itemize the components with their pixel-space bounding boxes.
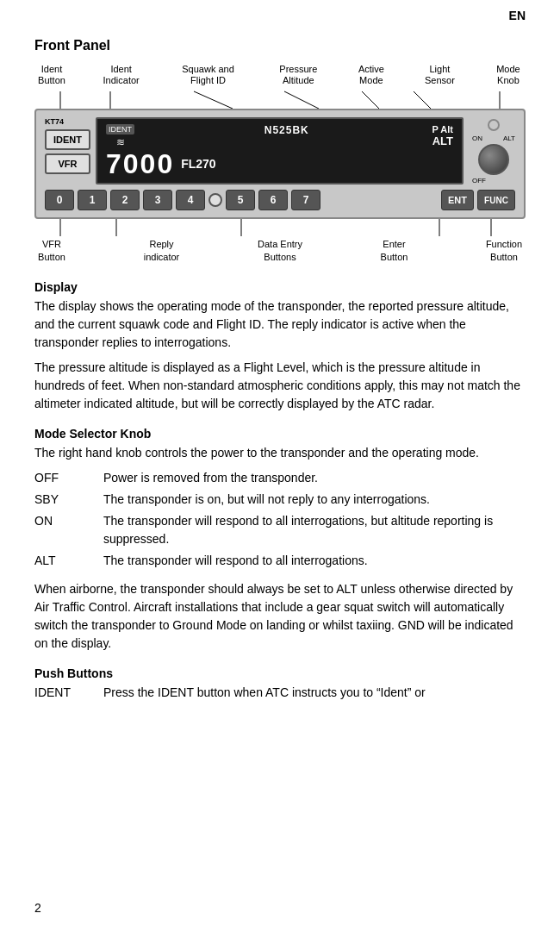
mode-val-on: The transponder will respond to all inte… <box>103 512 526 548</box>
num-btn-0[interactable]: 0 <box>45 190 74 210</box>
pressure-altitude-label: PressureAltitude <box>277 64 320 86</box>
mode-key-sby: SBY <box>34 491 103 509</box>
annotation-lines-bottom <box>34 219 526 236</box>
mode-val-alt: The transponder will respond to all inte… <box>103 552 526 570</box>
push-row-ident: IDENT Press the IDENT button when ATC in… <box>34 684 526 702</box>
svg-line-2 <box>194 91 233 109</box>
reply-indicator-bottom-label: Replyindicator <box>140 238 184 263</box>
ident-button-label: IdentButton <box>34 64 69 86</box>
vfr-button[interactable]: VFR <box>45 153 90 174</box>
kt74-label: KT74 <box>45 117 90 126</box>
mode-row-on: ON The transponder will respond to all i… <box>34 512 526 548</box>
diagram-area: IdentButton IdentIndicator Squawk andFli… <box>34 64 526 263</box>
mode-selector-heading: Mode Selector Knob <box>34 427 526 441</box>
squawk-flight-id-label: Squawk andFlight ID <box>182 64 234 86</box>
ident-button-label: IDENT <box>53 134 82 145</box>
num-btn-6[interactable]: 6 <box>258 190 288 210</box>
off-label: OFF <box>472 177 486 185</box>
display-para-2: The pressure altitude is displayed as a … <box>34 359 526 413</box>
mode-selector-extra: When airborne, the transponder should al… <box>34 580 526 653</box>
display-main-row: 7000 FL270 <box>106 150 453 178</box>
right-controls: ON ALT OFF <box>469 117 515 185</box>
num-btn-2[interactable]: 2 <box>110 190 140 210</box>
push-val-ident: Press the IDENT button when ATC instruct… <box>103 684 526 702</box>
knob-bottom-labels: OFF <box>472 177 515 185</box>
num-btn-4[interactable]: 4 <box>176 190 205 210</box>
push-key-ident: IDENT <box>34 684 103 702</box>
num-btn-5[interactable]: 5 <box>226 190 255 210</box>
active-mode-label: ActiveMode <box>354 64 389 86</box>
on-label: ON <box>472 134 482 142</box>
svg-line-5 <box>414 91 431 109</box>
display-para-1: The display shows the operating mode of … <box>34 297 526 352</box>
alt-label: ALT <box>503 134 515 142</box>
ident-indicator-text: IDENT <box>106 124 134 134</box>
light-sensor-label: LightSensor <box>422 64 457 86</box>
num-btn-3[interactable]: 3 <box>143 190 172 210</box>
transponder-device: KT74 IDENT VFR IDENT ≋ N525BK <box>34 109 526 219</box>
main-display: IDENT ≋ N525BK P Alt ALT 7000 FL270 <box>96 117 464 185</box>
ident-indicator-label: IdentIndicator <box>103 64 140 86</box>
display-section: Display The display shows the operating … <box>34 280 526 413</box>
bottom-labels-row: VFRButton Replyindicator Data EntryButto… <box>34 236 526 263</box>
func-button[interactable]: FUNC <box>477 190 515 210</box>
mode-selector-intro: The right hand knob controls the power t… <box>34 444 526 462</box>
squawk-code-display: 7000 <box>106 150 174 178</box>
push-buttons-heading: Push Buttons <box>34 666 526 680</box>
enter-button-bottom-label: EnterButton <box>377 238 412 263</box>
reply-symbol: ≋ <box>116 136 125 148</box>
mode-key-alt: ALT <box>34 552 103 570</box>
front-panel-title: Front Panel <box>34 38 526 53</box>
num-btn-1[interactable]: 1 <box>78 190 107 210</box>
push-table: IDENT Press the IDENT button when ATC in… <box>34 684 526 702</box>
mode-val-off: Power is removed from the transponder. <box>103 469 526 487</box>
page-number: 2 <box>34 901 41 915</box>
mode-table: OFF Power is removed from the transponde… <box>34 469 526 570</box>
flight-level-display: FL270 <box>181 156 215 172</box>
num-btn-7[interactable]: 7 <box>291 190 320 210</box>
squawk-id-text: N525BK <box>141 124 432 136</box>
num-buttons-row: 0 1 2 3 4 5 6 7 ENT FUNC <box>45 190 515 210</box>
top-labels-row: IdentButton IdentIndicator Squawk andFli… <box>34 64 526 91</box>
push-buttons-section: Push Buttons IDENT Press the IDENT butto… <box>34 666 526 702</box>
data-entry-bottom-label: Data EntryButtons <box>254 238 306 263</box>
mode-selector-section: Mode Selector Knob The right hand knob c… <box>34 427 526 653</box>
mode-key-on: ON <box>34 512 103 530</box>
mode-knob-label: ModeKnob <box>491 64 526 86</box>
active-mode-indicator <box>488 119 500 131</box>
mode-knob[interactable] <box>478 144 509 175</box>
mode-row-off: OFF Power is removed from the transponde… <box>34 469 526 487</box>
annotation-lines-top <box>34 91 526 109</box>
ident-indicator: IDENT ≋ <box>106 124 134 148</box>
knob-top-labels: ON ALT <box>472 134 515 142</box>
squawk-and-flight-id: N525BK <box>134 124 432 136</box>
svg-line-4 <box>362 91 379 109</box>
display-heading: Display <box>34 280 526 294</box>
function-button-bottom-label: FunctionButton <box>482 238 526 263</box>
mode-val-sby: The transponder is on, but will not repl… <box>103 491 526 509</box>
mode-row-alt: ALT The transponder will respond to all … <box>34 552 526 570</box>
svg-line-3 <box>284 91 319 109</box>
data-entry-circle <box>208 193 222 207</box>
pressure-alt-area: P Alt ALT <box>432 124 453 147</box>
mode-key-off: OFF <box>34 469 103 487</box>
ent-button[interactable]: ENT <box>441 190 474 210</box>
vfr-button-bottom-label: VFRButton <box>34 238 69 263</box>
ident-button[interactable]: IDENT <box>45 129 90 150</box>
en-label: EN <box>509 9 526 22</box>
vfr-button-label-text: VFR <box>59 159 78 169</box>
mode-row-sby: SBY The transponder is on, but will not … <box>34 491 526 509</box>
left-button-group: KT74 IDENT VFR <box>45 117 90 185</box>
